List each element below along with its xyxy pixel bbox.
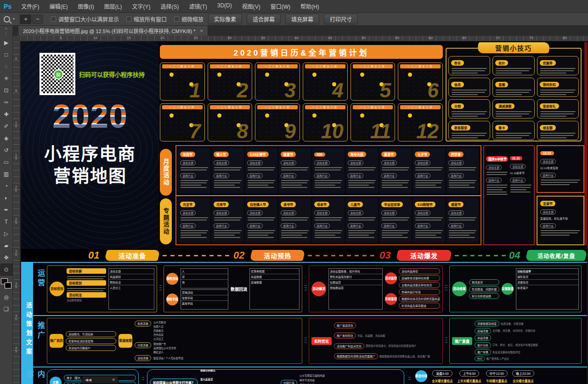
options-button[interactable]: 实际像素	[208, 14, 242, 24]
menu-item[interactable]: 图像(I)	[73, 2, 99, 10]
history-brush-tool[interactable]: ↺	[0, 144, 12, 156]
menu-item[interactable]: 视图(V)	[237, 2, 266, 10]
theme-text: 圣诞狂欢，好礼送不停	[540, 216, 581, 220]
crop-tool[interactable]: ⊡	[0, 85, 12, 96]
menu-item[interactable]: 文字(Y)	[127, 2, 155, 10]
dodge-tool[interactable]: ◐	[0, 192, 12, 204]
ruler-number: 55	[395, 36, 399, 40]
background-color-swatch[interactable]	[5, 282, 11, 288]
menu-item[interactable]: 编辑(E)	[44, 2, 73, 10]
document-canvas[interactable]: 聊 扫码可以获得小程序扶持 2020 小程序电商 营销地图 2020营销日历&全…	[20, 41, 588, 384]
calendar-grid: 一二三四五六日 1 一二三四五六日 2 一二三四五六日 3	[160, 62, 443, 141]
theme-caption: 活动主题	[214, 210, 229, 215]
option-checkbox[interactable]: 细微缩放	[174, 15, 204, 23]
monthly-activity-card: 踏青节 活动主题 适用行业	[279, 148, 311, 193]
close-tab-icon[interactable]: ×	[200, 28, 203, 34]
ruler-number: 20	[160, 36, 164, 40]
theme-text-lines	[415, 167, 443, 170]
data-backflow-table: 优惠券数据 商品数据 店铺数据	[249, 268, 300, 310]
menu-item[interactable]: 图层(L)	[99, 2, 127, 10]
hand-tool[interactable]: ✥	[0, 252, 12, 264]
collapse-icon[interactable]: ◀◀	[85, 378, 91, 382]
options-button[interactable]: 打印尺寸	[324, 14, 358, 24]
screen-mode-tool[interactable]: ❏	[0, 303, 12, 315]
shape-tool[interactable]: ▰	[0, 240, 12, 252]
theme-text: 11.11剁手节	[510, 171, 532, 175]
tip-card: 分销	[448, 99, 490, 119]
brush-tool[interactable]: ✐	[0, 120, 12, 132]
zoom-tool-preset[interactable]: ▼	[0, 13, 20, 25]
quick-mask-tool[interactable]: ◎	[0, 291, 12, 303]
menu-item[interactable]: 选择(S)	[155, 2, 184, 10]
time-pill: 上午8:00	[459, 370, 480, 377]
calendar-banner: 2020营销日历&全年营销计划	[160, 45, 443, 59]
activity-title: 母亲节	[314, 202, 329, 207]
activity-title: 3.08女神节	[247, 152, 269, 157]
row-divider	[21, 367, 587, 367]
ruler-number: 35	[261, 36, 265, 40]
pen-tool[interactable]: ✒	[0, 204, 12, 216]
options-button[interactable]: 适合屏幕	[247, 14, 281, 24]
zoom-in-mode-button[interactable]: +	[20, 15, 31, 24]
gradient-tool[interactable]: ▥	[0, 168, 12, 180]
month-card: 一二三四五六日 9	[255, 103, 300, 141]
store-review-circle: 店铺复盘	[502, 283, 514, 295]
theme-caption: 活动主题	[314, 210, 330, 215]
marquee-tool[interactable]: □	[0, 49, 12, 61]
activity-traffic-label: 活动流量	[135, 355, 151, 361]
time-caption: 上半天曝光量高点	[458, 378, 481, 383]
menu-item[interactable]: 窗口(W)	[266, 2, 295, 10]
collapse-panel-icon[interactable]: »	[5, 26, 7, 32]
horizontal-ruler[interactable]: 5101520253035404550556065707580	[20, 36, 588, 41]
zoom-out-mode-button[interactable]: −	[32, 15, 43, 24]
eyedropper-tool[interactable]: ✑	[0, 96, 12, 108]
option-checkbox[interactable]: 调整窗口大小以满屏显示	[51, 15, 119, 23]
menu-item[interactable]: 滤镜(T)	[184, 2, 212, 10]
tip-label: 满减满赠	[495, 103, 514, 109]
move-tool[interactable]: ▶	[0, 37, 12, 49]
checkbox-icon	[126, 17, 131, 22]
menu-item[interactable]: 3D(D)	[212, 2, 237, 10]
zoom-tool[interactable]: ⊙	[0, 264, 12, 276]
month-number: 11	[370, 120, 391, 141]
industry-caption: 适用行业	[348, 223, 363, 228]
status-mini-panel[interactable]: ◀◀ ✕	[82, 376, 119, 384]
tip-label: 朋友圈	[540, 125, 556, 130]
document-tab[interactable]: 2020小程序电商营销地图.jpg @ 12.5% (扫码可以获得小程序扶持, …	[18, 26, 208, 36]
menu-item[interactable]: 帮助(H)	[295, 2, 324, 10]
document-tab-title: 2020小程序电商营销地图.jpg @ 12.5% (扫码可以获得小程序扶持, …	[23, 27, 195, 34]
type-tool[interactable]: T	[0, 216, 12, 228]
healing-brush-tool[interactable]: ✚	[0, 108, 12, 120]
theme-caption: 活动主题	[486, 165, 502, 170]
clone-stamp-tool[interactable]: ◈	[0, 132, 12, 144]
tool-icon: ▷	[4, 231, 8, 237]
poster-title-line1: 小程序电商	[21, 140, 159, 165]
wrapup-item: 售后跟进、问题处理	[469, 286, 499, 292]
time-caption: 全天曝光量低点	[432, 378, 453, 383]
monthly-activity-card: 3.08女神节 活动主题 适用行业	[245, 148, 277, 193]
time-caption: 全天曝光量高点	[513, 378, 534, 383]
ruler-origin-box[interactable]	[13, 36, 20, 41]
blur-tool[interactable]: ◔	[0, 180, 12, 192]
activity-wrapup-circle: 活动收尾	[452, 282, 467, 296]
options-button[interactable]: 填充屏幕	[285, 14, 319, 24]
option-checkbox[interactable]: 缩放所有窗口	[126, 15, 167, 23]
theme-text-lines	[381, 167, 410, 170]
tool-icon: ✥	[4, 254, 8, 261]
color-swatches[interactable]	[0, 277, 12, 291]
eraser-tool[interactable]: ▭	[0, 156, 12, 168]
month-number: 8	[237, 120, 248, 141]
magic-wand-tool[interactable]: ✳	[0, 73, 12, 85]
promo-pill: 活动曝光、引流拉新	[66, 331, 116, 337]
content-build-label: 内容打造	[281, 380, 297, 384]
lasso-tool[interactable]: ◌	[0, 61, 12, 73]
path-selection-tool[interactable]: ▷	[0, 228, 12, 240]
special-activity-card: 元宵节 活动主题 适用行业	[212, 198, 244, 243]
menu-item[interactable]: 文件(F)	[16, 2, 44, 10]
vertical-ruler[interactable]: 051015202530354045	[13, 41, 20, 384]
panel-grip[interactable]: ⠿	[5, 32, 7, 37]
close-icon[interactable]: ✕	[112, 378, 115, 382]
industry-text-lines	[180, 230, 209, 238]
phase-4-badge: 活动收尾/复盘	[525, 250, 587, 261]
industry-text-lines	[540, 230, 581, 236]
